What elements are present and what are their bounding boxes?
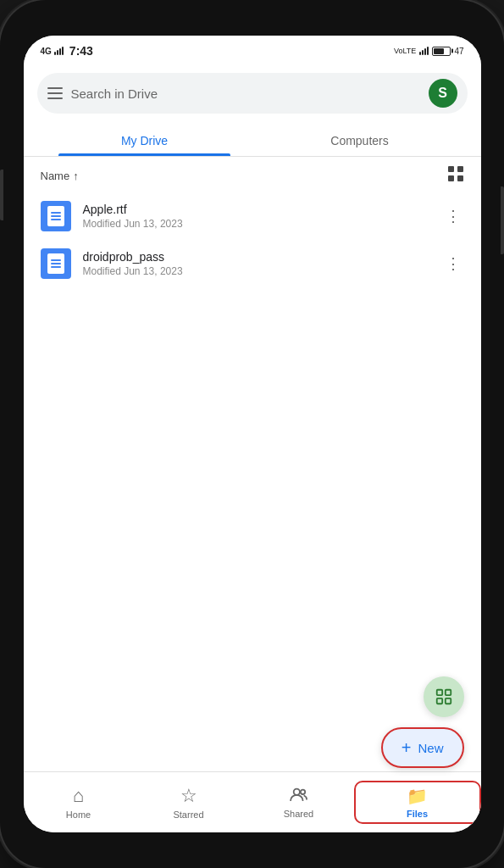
nav-item-home[interactable]: ⌂ Home: [24, 780, 134, 825]
signal-bars-right: [419, 47, 429, 55]
user-avatar[interactable]: S: [429, 79, 457, 108]
side-button-left: [0, 170, 3, 220]
grid-view-icon[interactable]: [447, 165, 464, 186]
hamburger-icon[interactable]: [47, 87, 63, 99]
nav-item-starred[interactable]: ☆ Starred: [134, 780, 244, 825]
nav-label-files: Files: [407, 809, 428, 819]
signal-bars: [54, 47, 64, 55]
signal-bar-r3: [424, 48, 426, 55]
more-options-0[interactable]: ⋮: [442, 205, 464, 227]
file-info-1: droidprob_pass Modified Jun 13, 2023: [83, 250, 430, 277]
tabs-area: My Drive Computers: [24, 124, 481, 157]
signal-bar-r4: [427, 47, 429, 55]
file-meta-0: Modified Jun 13, 2023: [83, 218, 430, 230]
time-display: 7:43: [69, 44, 93, 58]
search-input-placeholder[interactable]: Search in Drive: [71, 86, 420, 101]
new-fab-button[interactable]: + New: [381, 727, 464, 768]
signal-bar-2: [57, 50, 58, 55]
svg-rect-7: [445, 698, 450, 704]
hamburger-line-3: [47, 97, 63, 99]
file-icon-0: [41, 201, 71, 231]
files-icon: 📁: [407, 786, 428, 806]
file-meta-1: Modified Jun 13, 2023: [83, 265, 430, 277]
volte-indicator: VoLTE: [394, 47, 416, 55]
file-line-1b: [51, 259, 61, 261]
battery-fill: [434, 48, 444, 54]
svg-rect-4: [436, 690, 441, 695]
signal-bar-3: [59, 48, 61, 55]
file-line-2: [51, 215, 61, 217]
file-info-0: Apple.rtf Modified Jun 13, 2023: [83, 203, 430, 230]
hamburger-line-2: [47, 92, 63, 94]
phone-frame: 4G 7:43 VoLTE: [0, 0, 504, 868]
svg-rect-5: [445, 690, 450, 695]
file-icon-1: [41, 248, 71, 279]
new-fab-plus-icon: +: [402, 738, 412, 758]
star-icon: ☆: [180, 785, 197, 807]
svg-point-9: [300, 789, 304, 793]
file-line-2b: [51, 263, 61, 264]
file-name-0: Apple.rtf: [83, 203, 430, 216]
svg-rect-3: [457, 175, 463, 181]
svg-point-8: [293, 788, 299, 794]
file-item-0[interactable]: Apple.rtf Modified Jun 13, 2023 ⋮: [30, 192, 474, 240]
nav-label-shared: Shared: [284, 809, 313, 819]
phone-screen: 4G 7:43 VoLTE: [24, 36, 481, 832]
tab-my-drive[interactable]: My Drive: [37, 124, 252, 156]
signal-bar-r1: [419, 52, 421, 55]
nav-item-files[interactable]: 📁 Files: [354, 781, 481, 824]
nav-label-starred: Starred: [173, 810, 203, 820]
bottom-nav: ⌂ Home ☆ Starred: [24, 771, 481, 832]
nav-label-home: Home: [66, 810, 91, 820]
file-name-1: droidprob_pass: [83, 250, 430, 264]
file-line-3b: [51, 266, 61, 268]
more-options-1[interactable]: ⋮: [442, 253, 464, 275]
side-button-right: [501, 186, 504, 254]
file-line-1: [51, 212, 61, 214]
search-bar[interactable]: Search in Drive S: [37, 73, 468, 114]
status-right: VoLTE 47: [394, 47, 463, 56]
sort-row: Name ↑: [24, 157, 481, 192]
file-icon-inner-0: [47, 206, 64, 226]
signal-bar-1: [54, 52, 56, 55]
sort-label[interactable]: Name ↑: [41, 170, 79, 182]
tab-computers[interactable]: Computers: [252, 124, 468, 156]
network-indicator: 4G: [41, 47, 52, 56]
nav-item-shared[interactable]: Shared: [244, 782, 354, 824]
status-bar: 4G 7:43 VoLTE: [24, 36, 481, 66]
new-fab-label: New: [418, 741, 443, 755]
scan-fab-button[interactable]: [424, 676, 464, 717]
svg-rect-2: [448, 175, 454, 181]
signal-bar-r2: [422, 50, 424, 55]
shared-icon: [290, 787, 308, 806]
file-line-3: [51, 219, 61, 220]
signal-bar-4: [62, 47, 64, 55]
svg-rect-1: [457, 166, 463, 172]
battery-percent: 47: [454, 47, 463, 56]
svg-rect-6: [436, 698, 441, 704]
svg-rect-0: [448, 166, 454, 172]
fab-area: + New: [381, 676, 464, 768]
status-left: 4G 7:43: [41, 44, 93, 58]
file-item-1[interactable]: droidprob_pass Modified Jun 13, 2023 ⋮: [30, 240, 474, 287]
battery-icon: [432, 47, 451, 56]
hamburger-line-1: [47, 87, 63, 89]
search-bar-area: Search in Drive S: [24, 66, 481, 124]
file-icon-inner-1: [47, 253, 64, 274]
home-icon: ⌂: [73, 785, 84, 807]
